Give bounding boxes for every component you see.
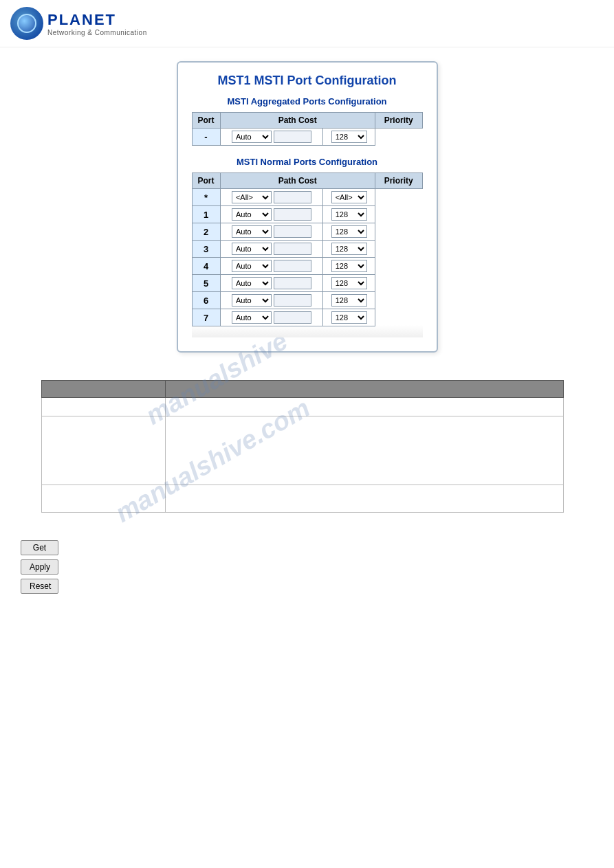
agg-priority-cell: 128 0163248 648096112 144160176192 20822…	[323, 129, 375, 146]
agg-col-pathcost: Path Cost	[220, 113, 375, 129]
normal-table-row: 4AutoSpecific128016324864809611214416017…	[192, 258, 422, 275]
aggregated-table: Port Path Cost Priority - Auto Specific	[192, 112, 423, 146]
desc-value-3	[166, 485, 564, 513]
desc-label-1	[42, 398, 166, 416]
norm-path-value-input-2[interactable]	[274, 225, 311, 238]
norm-priority-cell-5: 1280163248648096112144160176192208224240	[323, 275, 375, 292]
normal-table-row: *<All>AutoSpecific<All>01632486480961121…	[192, 189, 422, 206]
apply-button[interactable]: Apply	[21, 559, 58, 575]
norm-priority-select-1[interactable]: 1280163248648096112144160176192208224240	[331, 208, 367, 221]
norm-priority-cell-1: 1280163248648096112144160176192208224240	[323, 206, 375, 223]
norm-path-value-input-3[interactable]	[274, 243, 311, 255]
norm-pathcost-cell-5: AutoSpecific	[220, 275, 323, 292]
desc-header-col1	[42, 381, 166, 398]
aggregated-section-title: MSTI Aggregated Ports Configuration	[192, 96, 423, 107]
normal-table-row: 3AutoSpecific128016324864809611214416017…	[192, 241, 422, 258]
norm-path-type-select-6[interactable]: AutoSpecific	[232, 294, 272, 307]
logo-text: PLANET Networking & Communication	[47, 11, 147, 36]
desc-header-col2	[166, 381, 564, 398]
desc-table	[41, 380, 564, 513]
norm-path-type-select-2[interactable]: AutoSpecific	[232, 225, 272, 238]
logo-icon	[10, 7, 43, 40]
logo-planet-text: PLANET	[47, 11, 147, 29]
norm-priority-cell-7: 1280163248648096112144160176192208224240	[323, 309, 375, 326]
norm-port-cell-5: 5	[192, 275, 220, 292]
norm-pathcost-cell-3: AutoSpecific	[220, 241, 323, 258]
norm-priority-select-0[interactable]: <All>01632486480961121281441601761922082…	[331, 191, 367, 203]
desc-row-3	[42, 485, 564, 513]
page-title: MST1 MSTI Port Configuration	[192, 74, 423, 88]
norm-pathcost-cell-4: AutoSpecific	[220, 258, 323, 275]
agg-port-cell: -	[192, 129, 220, 146]
norm-port-cell-6: 6	[192, 292, 220, 309]
norm-port-cell-1: 1	[192, 206, 220, 223]
norm-path-value-input-5[interactable]	[274, 277, 311, 289]
agg-priority-select[interactable]: 128 0163248 648096112 144160176192 20822…	[331, 131, 367, 143]
norm-priority-select-2[interactable]: 1280163248648096112144160176192208224240	[331, 225, 367, 238]
norm-path-type-select-3[interactable]: AutoSpecific	[232, 243, 272, 255]
desc-row-1	[42, 398, 564, 416]
norm-priority-cell-4: 1280163248648096112144160176192208224240	[323, 258, 375, 275]
desc-section	[0, 380, 614, 513]
desc-label-2	[42, 416, 166, 485]
normal-table-row: 6AutoSpecific128016324864809611214416017…	[192, 292, 422, 309]
normal-table-container: Port Path Cost Priority *<All>AutoSpecif…	[192, 173, 423, 337]
norm-port-cell-3: 3	[192, 241, 220, 258]
reset-button[interactable]: Reset	[21, 579, 58, 594]
norm-priority-select-5[interactable]: 1280163248648096112144160176192208224240	[331, 277, 367, 289]
norm-port-cell-0: *	[192, 189, 220, 206]
norm-port-cell-7: 7	[192, 309, 220, 326]
norm-path-type-select-0[interactable]: <All>AutoSpecific	[232, 191, 272, 203]
config-box: MST1 MSTI Port Configuration MSTI Aggreg…	[177, 61, 438, 353]
norm-priority-cell-3: 1280163248648096112144160176192208224240	[323, 241, 375, 258]
norm-col-priority: Priority	[375, 173, 422, 189]
norm-priority-select-6[interactable]: 1280163248648096112144160176192208224240	[331, 294, 367, 307]
normal-table-row: 1AutoSpecific128016324864809611214416017…	[192, 206, 422, 223]
norm-priority-select-4[interactable]: 1280163248648096112144160176192208224240	[331, 260, 367, 272]
norm-priority-select-3[interactable]: 1280163248648096112144160176192208224240	[331, 243, 367, 255]
norm-path-type-select-4[interactable]: AutoSpecific	[232, 260, 272, 272]
agg-path-value-input[interactable]	[274, 131, 311, 143]
norm-path-value-input-0[interactable]	[274, 191, 311, 203]
agg-col-port: Port	[192, 113, 220, 129]
agg-table-row: - Auto Specific	[192, 129, 422, 146]
normal-table: Port Path Cost Priority *<All>AutoSpecif…	[192, 173, 423, 326]
agg-path-type-select[interactable]: Auto Specific	[232, 131, 272, 143]
logo-area: PLANET Networking & Communication	[10, 7, 604, 40]
norm-pathcost-cell-2: AutoSpecific	[220, 223, 323, 241]
norm-pathcost-cell-1: AutoSpecific	[220, 206, 323, 223]
norm-path-value-input-6[interactable]	[274, 294, 311, 307]
normal-section-title: MSTI Normal Ports Configuration	[192, 157, 423, 167]
norm-path-type-select-1[interactable]: AutoSpecific	[232, 208, 272, 221]
norm-priority-cell-0: <All>01632486480961121281441601761922082…	[323, 189, 375, 206]
norm-port-cell-2: 2	[192, 223, 220, 241]
agg-col-priority: Priority	[375, 113, 422, 129]
norm-priority-select-7[interactable]: 1280163248648096112144160176192208224240	[331, 311, 367, 324]
desc-row-2	[42, 416, 564, 485]
norm-pathcost-cell-7: AutoSpecific	[220, 309, 323, 326]
norm-col-pathcost: Path Cost	[220, 173, 375, 189]
main-content: MST1 MSTI Port Configuration MSTI Aggreg…	[0, 47, 614, 366]
normal-table-row: 2AutoSpecific128016324864809611214416017…	[192, 223, 422, 241]
desc-value-1	[166, 398, 564, 416]
norm-path-value-input-7[interactable]	[274, 311, 311, 324]
logo-globe	[17, 14, 36, 33]
norm-pathcost-cell-6: AutoSpecific	[220, 292, 323, 309]
normal-table-row: 7AutoSpecific128016324864809611214416017…	[192, 309, 422, 326]
agg-pathcost-cell: Auto Specific	[220, 129, 323, 146]
header: PLANET Networking & Communication	[0, 0, 614, 47]
logo-tagline-text: Networking & Communication	[47, 29, 147, 36]
norm-pathcost-cell-0: <All>AutoSpecific	[220, 189, 323, 206]
norm-path-value-input-4[interactable]	[274, 260, 311, 272]
norm-path-type-select-5[interactable]: AutoSpecific	[232, 277, 272, 289]
norm-priority-cell-6: 1280163248648096112144160176192208224240	[323, 292, 375, 309]
norm-path-value-input-1[interactable]	[274, 208, 311, 221]
normal-table-row: 5AutoSpecific128016324864809611214416017…	[192, 275, 422, 292]
norm-path-type-select-7[interactable]: AutoSpecific	[232, 311, 272, 324]
button-area: Get Apply Reset	[0, 526, 614, 608]
get-button[interactable]: Get	[21, 540, 58, 555]
desc-label-3	[42, 485, 166, 513]
norm-priority-cell-2: 1280163248648096112144160176192208224240	[323, 223, 375, 241]
desc-value-2	[166, 416, 564, 485]
norm-col-port: Port	[192, 173, 220, 189]
